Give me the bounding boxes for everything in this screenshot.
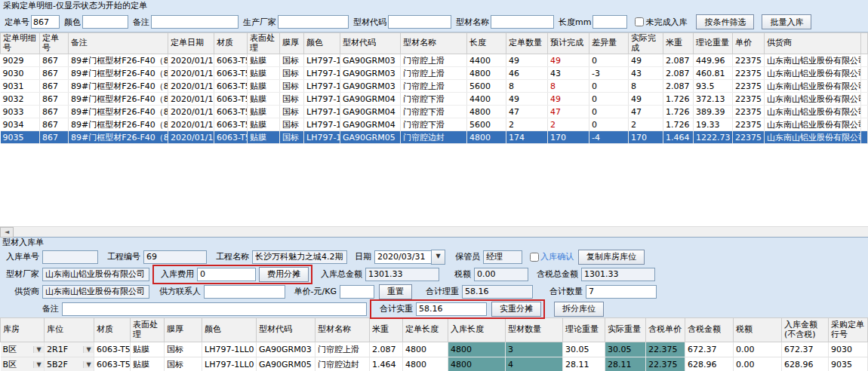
theory-weight-total-field[interactable] bbox=[462, 285, 533, 299]
project-name-field[interactable] bbox=[252, 250, 347, 264]
filter-by-condition-button[interactable]: 按条件筛选 bbox=[696, 14, 754, 29]
remark-field[interactable] bbox=[62, 302, 367, 316]
order-detail-row[interactable]: 903086789#门框型材F26-F40（866+867）2020/01/13… bbox=[1, 67, 868, 80]
cell: 2.087 bbox=[663, 67, 694, 80]
column-header: 型材代码 bbox=[257, 318, 315, 342]
cell-sliver bbox=[861, 131, 868, 144]
cell: 国标 bbox=[165, 357, 202, 371]
calendar-dropdown-icon[interactable]: ▼ bbox=[431, 250, 445, 265]
cell: LH797-1LL0 bbox=[304, 106, 340, 118]
column-header: 米重 bbox=[663, 33, 694, 54]
cell-sliver bbox=[861, 118, 868, 131]
inbound-detail-row[interactable]: B区▼5B2F▼6063-T5贴膜国标LH797-1LL0GA90GRM05门帘… bbox=[1, 357, 868, 371]
theory-weight-total-label: 合计理重 bbox=[420, 286, 462, 297]
inbound-no-field[interactable] bbox=[42, 250, 98, 264]
project-name-label: 工程名称 bbox=[213, 251, 252, 262]
chevron-down-icon[interactable]: ▼ bbox=[83, 361, 94, 368]
cell: 89#门框型材F26-F40（866+867） bbox=[69, 93, 168, 106]
cell: 9033 bbox=[1, 106, 40, 118]
project-no-field[interactable] bbox=[143, 250, 207, 264]
cell: LH797-1LL0 bbox=[304, 80, 340, 93]
supplier-contact-label: 供方联系人 bbox=[154, 286, 204, 297]
tax-field[interactable] bbox=[474, 268, 528, 281]
factory-field[interactable] bbox=[42, 268, 149, 281]
cell: 国标 bbox=[280, 67, 304, 80]
manufacturer-filter-input[interactable] bbox=[278, 15, 349, 29]
cell: 1.464 bbox=[370, 357, 403, 371]
cell: 5600 bbox=[467, 118, 506, 131]
cell: GA90GRM03 bbox=[340, 80, 401, 93]
cell-sliver bbox=[861, 67, 868, 80]
warehouse-combo[interactable]: B区▼ bbox=[1, 342, 45, 357]
cell: 山东南山铝业股份有限公司 bbox=[765, 54, 861, 67]
chevron-down-icon[interactable]: ▼ bbox=[83, 346, 94, 353]
scroll-left-arrow-icon[interactable]: ◄ bbox=[0, 227, 14, 238]
cell: 22375 bbox=[733, 54, 765, 67]
cell: 49 bbox=[548, 54, 589, 67]
cell: 9035 bbox=[829, 357, 868, 371]
split-location-button[interactable]: 拆分库位 bbox=[554, 302, 604, 317]
actual-weight-total-field[interactable] bbox=[416, 302, 487, 316]
cell: 2 bbox=[629, 118, 663, 131]
keeper-field[interactable] bbox=[483, 250, 522, 264]
length-filter-input[interactable] bbox=[593, 15, 627, 29]
cell: 门帘腔下滑 bbox=[401, 106, 467, 118]
inbound-fee-field[interactable] bbox=[197, 268, 256, 281]
total-amount-field[interactable] bbox=[365, 268, 439, 281]
inbound-detail-row[interactable]: B区▼2R1F▼6063-T5贴膜国标LH797-1LL0GA90GRM03门帘… bbox=[1, 342, 868, 357]
column-header: 供货商 bbox=[765, 33, 861, 54]
supplier-field[interactable] bbox=[42, 285, 149, 299]
unit-price-field[interactable] bbox=[340, 285, 374, 299]
reset-button[interactable]: 重置 bbox=[379, 284, 412, 299]
supplier-contact-field[interactable] bbox=[204, 285, 285, 299]
cell: LH797-1LL0 bbox=[304, 118, 340, 131]
cell: 国标 bbox=[280, 80, 304, 93]
total-qty-field[interactable] bbox=[586, 285, 657, 299]
fee-share-button[interactable]: 费用分摊 bbox=[259, 267, 309, 282]
order-detail-row[interactable]: 903286789#门框型材F26-F40（866+867）2020/01/13… bbox=[1, 93, 868, 106]
location-combo[interactable]: 5B2F▼ bbox=[45, 357, 94, 371]
order-detail-row[interactable]: 903386789#门框型材F26-F40（866+867）2020/01/13… bbox=[1, 106, 868, 118]
cell: LH797-1LL0 bbox=[304, 93, 340, 106]
cell: 22375 bbox=[733, 93, 765, 106]
cell: 国标 bbox=[280, 131, 304, 144]
cell: 9032 bbox=[1, 93, 40, 106]
order-no-filter-input[interactable] bbox=[31, 15, 60, 29]
tax-label: 税额 bbox=[442, 268, 474, 280]
order-detail-row[interactable]: 903586789#门框型材F26-F40（866+867）2020/01/13… bbox=[1, 131, 868, 144]
date-picker[interactable]: ▼ bbox=[374, 250, 445, 264]
order-detail-row[interactable]: 902986789#门框型材F26-F40（866+867）2020/01/13… bbox=[1, 54, 868, 67]
order-detail-row[interactable]: 903486789#门框型材F26-F40（866+867）2020/01/13… bbox=[1, 118, 868, 131]
warehouse-combo[interactable]: B区▼ bbox=[1, 357, 45, 371]
unfinished-inbound-checkbox[interactable] bbox=[635, 17, 644, 26]
column-header: 定单数量 bbox=[506, 33, 548, 54]
cell: 867 bbox=[40, 54, 69, 67]
profile-code-filter-input[interactable] bbox=[388, 15, 451, 29]
inbound-confirm-checkbox[interactable] bbox=[530, 253, 539, 262]
horizontal-scrollbar[interactable]: ◄ bbox=[0, 226, 868, 237]
batch-inbound-button[interactable]: 批量入库 bbox=[762, 14, 811, 29]
cell: 0 bbox=[589, 80, 629, 93]
order-detail-row[interactable]: 903186789#门框型材F26-F40（866+867）2020/01/13… bbox=[1, 80, 868, 93]
profile-name-filter-input[interactable] bbox=[491, 15, 554, 29]
cell: 89#门框型材F26-F40（866+867） bbox=[69, 118, 168, 131]
column-header: 膜厚 bbox=[165, 318, 202, 342]
cell: 867 bbox=[40, 93, 69, 106]
column-header: 表面处理 bbox=[131, 318, 165, 342]
color-filter-input[interactable] bbox=[82, 15, 128, 29]
chevron-down-icon[interactable]: ▼ bbox=[33, 361, 44, 368]
location-combo[interactable]: 2R1F▼ bbox=[45, 342, 94, 357]
copy-warehouse-location-button[interactable]: 复制库房库位 bbox=[578, 250, 645, 265]
column-header: 实际重量 bbox=[605, 318, 646, 342]
cell: 2020/01/13 bbox=[168, 80, 214, 93]
date-field[interactable] bbox=[374, 250, 431, 264]
column-header: 颜色 bbox=[202, 318, 257, 342]
tax-total-field[interactable] bbox=[581, 268, 655, 281]
cell-sliver bbox=[861, 54, 868, 67]
order-no-filter-label: 定单号 bbox=[5, 17, 29, 28]
remark-filter-input[interactable] bbox=[151, 15, 239, 29]
chevron-down-icon[interactable]: ▼ bbox=[33, 346, 44, 353]
inbound-confirm-label: 入库确认 bbox=[540, 251, 574, 262]
actual-weight-share-button[interactable]: 实重分摊 bbox=[491, 302, 541, 317]
tax-total-label: 含税总金额 bbox=[531, 268, 581, 280]
